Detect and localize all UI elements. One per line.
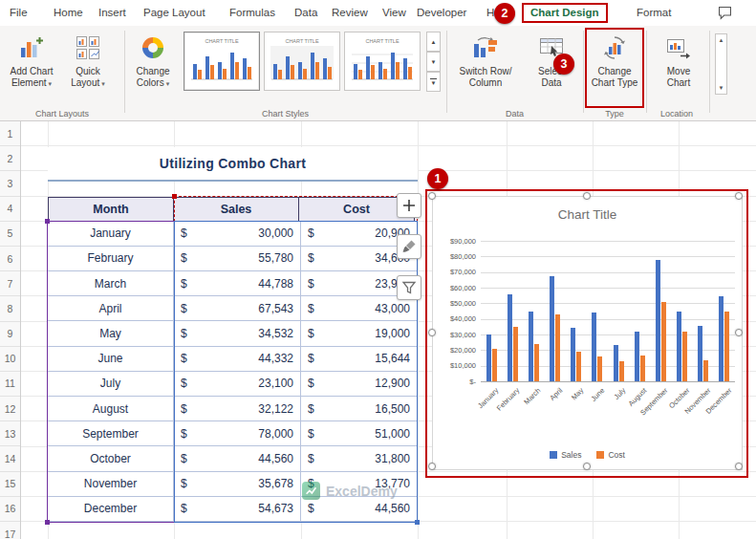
tab-file[interactable]: File xyxy=(10,0,28,25)
row-header-5[interactable]: 5 xyxy=(0,222,20,247)
cell-sales[interactable]: $35,678 xyxy=(174,472,301,497)
quick-layout-button[interactable]: Quick Layout▾ xyxy=(61,31,115,107)
bar-sales-november[interactable] xyxy=(698,326,702,381)
cell-cost[interactable]: $15,644 xyxy=(301,347,418,372)
ribbon-gallery-scrollbar[interactable]: ▲ ▼ xyxy=(715,33,727,95)
cell-month[interactable]: June xyxy=(48,347,174,372)
row-header-10[interactable]: 10 xyxy=(0,347,20,372)
bar-sales-august[interactable] xyxy=(635,332,639,381)
bar-cost-may[interactable] xyxy=(576,352,581,381)
bar-sales-july[interactable] xyxy=(614,345,618,381)
cell-month[interactable]: December xyxy=(48,497,174,522)
tab-view[interactable]: View xyxy=(382,0,406,25)
cell-cost[interactable]: $51,000 xyxy=(301,421,418,446)
bar-cost-september[interactable] xyxy=(661,302,666,381)
chart-resize-handle[interactable] xyxy=(428,329,436,336)
chart-filters-button[interactable] xyxy=(397,275,421,300)
bar-sales-january[interactable] xyxy=(486,334,491,381)
gallery-scroll-down-button[interactable]: ▼ xyxy=(426,52,441,72)
row-header-17[interactable]: 17 xyxy=(0,522,20,539)
cell-month[interactable]: July xyxy=(48,372,174,397)
cell-month[interactable]: February xyxy=(48,247,174,271)
chart-resize-handle[interactable] xyxy=(428,463,436,470)
legend-item-cost[interactable]: Cost xyxy=(596,450,624,460)
row-header-1[interactable]: 1 xyxy=(0,121,20,146)
header-cell-month[interactable]: Month xyxy=(48,197,174,222)
tab-format[interactable]: Format xyxy=(637,0,671,25)
cell-sales[interactable]: $44,560 xyxy=(174,446,301,471)
bar-cost-july[interactable] xyxy=(619,361,624,381)
cell-cost[interactable]: $43,000 xyxy=(301,296,418,321)
chart-style-thumbnail-2[interactable]: CHART TITLE xyxy=(264,32,340,91)
row-header-4[interactable]: 4 xyxy=(0,197,20,222)
cell-month[interactable]: September xyxy=(48,421,174,446)
tab-developer[interactable]: Developer xyxy=(417,0,466,25)
tab-page-layout[interactable]: Page Layout xyxy=(143,0,205,25)
row-header-9[interactable]: 9 xyxy=(0,322,20,347)
chart-resize-handle[interactable] xyxy=(583,463,591,470)
row-header-2[interactable]: 2 xyxy=(0,146,20,171)
cell-month[interactable]: August xyxy=(48,397,174,421)
row-header-3[interactable]: 3 xyxy=(0,171,20,196)
cell-cost[interactable]: $19,000 xyxy=(301,321,418,346)
bar-sales-april[interactable] xyxy=(550,276,554,381)
comment-icon[interactable] xyxy=(717,5,733,21)
tab-chart-design[interactable]: Chart Design xyxy=(522,3,608,23)
cell-cost[interactable]: $12,900 xyxy=(301,372,418,397)
cell-month[interactable]: March xyxy=(48,271,174,296)
legend-item-sales[interactable]: Sales xyxy=(550,450,581,460)
row-header-8[interactable]: 8 xyxy=(0,296,20,321)
row-header-14[interactable]: 14 xyxy=(0,446,20,471)
tab-insert[interactable]: Insert xyxy=(98,0,126,25)
row-header-12[interactable]: 12 xyxy=(0,397,20,421)
tab-data[interactable]: Data xyxy=(294,0,317,25)
move-chart-button[interactable]: Move Chart xyxy=(652,31,705,107)
cell-sales[interactable]: $32,122 xyxy=(174,397,301,421)
bar-sales-october[interactable] xyxy=(677,312,681,381)
bar-cost-april[interactable] xyxy=(555,314,560,381)
row-header-11[interactable]: 11 xyxy=(0,372,20,397)
bar-cost-february[interactable] xyxy=(513,327,518,381)
gallery-more-button[interactable]: ▼ xyxy=(426,72,441,92)
tab-review[interactable]: Review xyxy=(332,0,368,25)
switch-row-column-button[interactable]: Switch Row/ Column xyxy=(451,31,520,107)
row-header-16[interactable]: 16 xyxy=(0,497,20,522)
bar-cost-march[interactable] xyxy=(534,344,539,381)
cell-month[interactable]: January xyxy=(48,222,174,247)
chart-area[interactable]: Chart Title $-$10,000$20,000$30,000$40,0… xyxy=(432,196,743,470)
bar-sales-september[interactable] xyxy=(656,260,660,381)
bar-sales-february[interactable] xyxy=(508,294,512,381)
row-header-13[interactable]: 13 xyxy=(0,421,20,446)
cell-sales[interactable]: $44,788 xyxy=(174,271,301,296)
cell-sales[interactable]: $23,100 xyxy=(174,372,301,397)
cell-month[interactable]: November xyxy=(48,472,174,497)
cell-sales[interactable]: $44,332 xyxy=(174,347,301,372)
cell-cost[interactable]: $31,800 xyxy=(301,446,418,471)
header-cell-sales[interactable]: Sales xyxy=(173,197,300,222)
bar-cost-june[interactable] xyxy=(597,356,602,381)
cell-month[interactable]: April xyxy=(48,296,174,321)
row-header-6[interactable]: 6 xyxy=(0,247,20,271)
cell-month[interactable]: May xyxy=(48,321,174,346)
cell-sales[interactable]: $54,673 xyxy=(174,497,301,522)
gallery-scroll-up-button[interactable]: ▲ xyxy=(426,32,441,52)
bar-cost-november[interactable] xyxy=(703,360,708,381)
cell-sales[interactable]: $55,780 xyxy=(174,247,301,271)
tab-formulas[interactable]: Formulas xyxy=(229,0,275,25)
change-colors-button[interactable]: Change Colors▾ xyxy=(126,31,180,107)
cell-sales[interactable]: $30,000 xyxy=(174,222,301,247)
chart-style-thumbnail-1[interactable]: CHART TITLE xyxy=(184,32,260,91)
bar-cost-october[interactable] xyxy=(682,332,687,381)
cell-sales[interactable]: $67,543 xyxy=(174,296,301,321)
cell-month[interactable]: October xyxy=(48,446,174,471)
chart-resize-handle[interactable] xyxy=(583,192,591,200)
bar-cost-january[interactable] xyxy=(492,349,497,381)
chart-resize-handle[interactable] xyxy=(428,192,436,200)
chart-resize-handle[interactable] xyxy=(735,463,743,470)
cell-cost[interactable]: $44,560 xyxy=(301,497,418,522)
chart-resize-handle[interactable] xyxy=(735,329,743,336)
cell-sales[interactable]: $78,000 xyxy=(174,421,301,446)
chart-resize-handle[interactable] xyxy=(735,192,743,200)
bar-cost-december[interactable] xyxy=(724,312,729,381)
row-header-7[interactable]: 7 xyxy=(0,271,20,296)
